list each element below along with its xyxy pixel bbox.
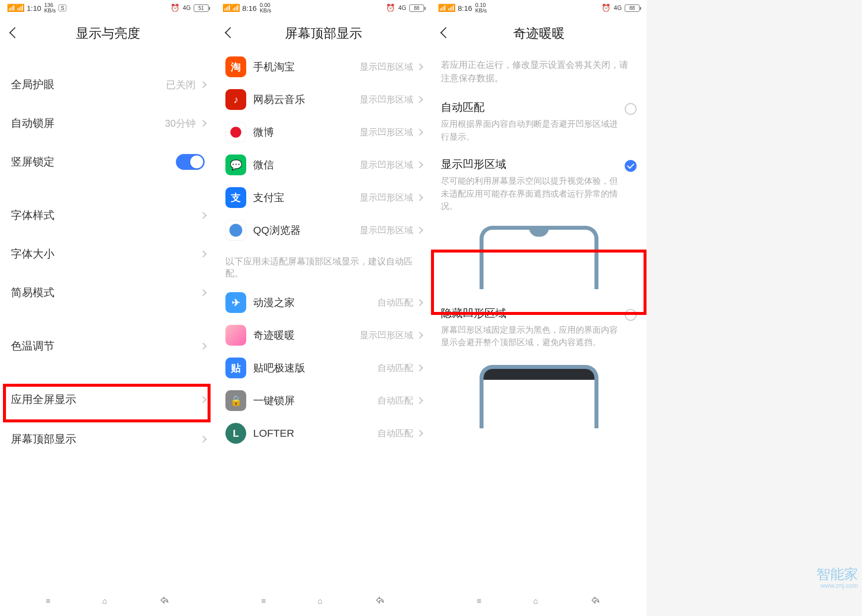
alarm-icon: ⏰ bbox=[386, 3, 395, 12]
page-title: 奇迹暖暖 bbox=[431, 25, 646, 42]
status-bar: 📶📶 8:16 0.00 KB/s ⏰ 4G 88 bbox=[216, 0, 431, 16]
option-desc: 尽可能的利用屏幕显示空间以提升视觉体验，但未适配应用可能存在界面遮挡或者运行异常… bbox=[441, 175, 620, 213]
highlight-box bbox=[3, 384, 211, 422]
status-time: 8:16 bbox=[242, 4, 257, 12]
bottom-nav: ≡ ⌂ bbox=[431, 586, 646, 616]
row-value: 已关闭 bbox=[166, 78, 196, 92]
menu-icon[interactable]: ≡ bbox=[46, 597, 50, 606]
menu-icon[interactable]: ≡ bbox=[477, 597, 481, 606]
app-name: QQ浏览器 bbox=[253, 223, 360, 237]
option-text: 显示凹形区域 尽可能的利用屏幕显示空间以提升视觉体验，但未适配应用可能存在界面遮… bbox=[441, 157, 620, 213]
row-font-size[interactable]: 字体大小 bbox=[0, 235, 216, 273]
option-title: 显示凹形区域 bbox=[441, 157, 620, 172]
chevron-right-icon bbox=[201, 212, 205, 219]
app-row-qqbrowser[interactable]: QQ浏览器 显示凹形区域 bbox=[216, 214, 431, 247]
app-row-weibo[interactable]: 微博 显示凹形区域 bbox=[216, 116, 431, 149]
chevron-right-icon bbox=[417, 227, 421, 234]
menu-icon[interactable]: ≡ bbox=[261, 597, 266, 606]
row-label: 色温调节 bbox=[11, 339, 201, 354]
screen-app-notch-setting: 📶📶 8:16 0.10 KB/s ⏰ 4G 88 奇迹暖暖 若应用正在运行，修… bbox=[431, 0, 646, 616]
status-right: ⏰ 4G 88 bbox=[601, 3, 640, 12]
bottom-nav: ≡ ⌂ bbox=[216, 586, 431, 616]
home-icon[interactable]: ⌂ bbox=[533, 597, 538, 606]
app-row-alipay[interactable]: 支 支付宝 显示凹形区域 bbox=[216, 181, 431, 214]
screen-top-display-list: 📶📶 8:16 0.00 KB/s ⏰ 4G 88 屏幕顶部显示 淘 手机淘宝 … bbox=[216, 0, 431, 616]
option-desc: 应用根据界面内容自动判断是否避开凹形区域进行显示。 bbox=[441, 118, 620, 143]
status-kbps: 136 KB/s bbox=[44, 2, 55, 13]
app-status: 显示凹形区域 bbox=[360, 94, 413, 105]
chevron-right-icon bbox=[417, 299, 421, 306]
chevron-right-icon bbox=[417, 364, 421, 371]
app-row-taobao[interactable]: 淘 手机淘宝 显示凹形区域 bbox=[216, 51, 431, 83]
status-network: 4G bbox=[614, 4, 622, 11]
app-name: 微博 bbox=[253, 125, 360, 139]
home-icon[interactable]: ⌂ bbox=[318, 597, 323, 606]
option-title: 自动匹配 bbox=[441, 100, 620, 115]
toggle-switch[interactable] bbox=[176, 154, 205, 170]
radio-icon[interactable] bbox=[625, 103, 637, 115]
status-time: 1:10 bbox=[27, 4, 41, 12]
chevron-right-icon bbox=[417, 430, 421, 437]
row-color-temp[interactable]: 色温调节 bbox=[0, 327, 216, 365]
option-auto-match[interactable]: 自动匹配 应用根据界面内容自动判断是否避开凹形区域进行显示。 bbox=[431, 93, 646, 150]
screen-display-brightness: 📶📶 1:10 136 KB/s S ⏰ 4G 51 显示与亮度 全局护眼 已关… bbox=[0, 0, 216, 616]
bottom-nav: ≡ ⌂ bbox=[0, 586, 216, 616]
row-eye-protection[interactable]: 全局护眼 已关闭 bbox=[0, 65, 216, 104]
app-name: 支付宝 bbox=[253, 191, 360, 205]
option-text: 自动匹配 应用根据界面内容自动判断是否避开凹形区域进行显示。 bbox=[441, 100, 620, 143]
back-nav-icon[interactable] bbox=[375, 596, 385, 607]
battery-icon: 88 bbox=[625, 4, 640, 12]
row-label: 屏幕顶部显示 bbox=[11, 432, 201, 447]
app-status: 显示凹形区域 bbox=[360, 159, 413, 171]
watermark-main: 智能家 bbox=[816, 567, 858, 582]
row-label: 竖屏锁定 bbox=[11, 154, 176, 169]
app-row-wechat[interactable]: 💬 微信 显示凹形区域 bbox=[216, 149, 431, 181]
lock-icon: 🔒 bbox=[225, 390, 246, 411]
back-nav-icon[interactable] bbox=[590, 596, 601, 607]
watermark: 智能家 www.znj.com bbox=[816, 567, 858, 589]
app-status: 自动匹配 bbox=[377, 362, 413, 374]
chevron-right-icon bbox=[201, 343, 205, 350]
app-row-netease[interactable]: ♪ 网易云音乐 显示凹形区域 bbox=[216, 83, 431, 116]
black-bar bbox=[484, 369, 594, 380]
app-row-nuan[interactable]: 奇迹暖暖 显示凹形区域 bbox=[216, 319, 431, 352]
app-icon-s: S bbox=[58, 4, 66, 11]
row-value: 30分钟 bbox=[165, 117, 196, 130]
app-row-lock[interactable]: 🔒 一键锁屏 自动匹配 bbox=[216, 384, 431, 417]
status-left: 📶📶 1:10 136 KB/s S bbox=[7, 2, 66, 13]
nav-header: 奇迹暖暖 bbox=[431, 16, 646, 51]
row-portrait-lock[interactable]: 竖屏锁定 bbox=[0, 143, 216, 181]
status-kbps: 0.00 KB/s bbox=[260, 2, 271, 13]
section-hint: 以下应用未适配屏幕顶部区域显示，建议自动匹配。 bbox=[216, 247, 431, 286]
taobao-icon: 淘 bbox=[225, 56, 246, 77]
signal-icon: 📶📶 bbox=[438, 3, 455, 12]
page-title: 显示与亮度 bbox=[0, 25, 216, 42]
battery-icon: 88 bbox=[409, 4, 424, 12]
signal-icon: 📶📶 bbox=[7, 3, 24, 12]
app-row-tieba[interactable]: 贴 贴吧极速版 自动匹配 bbox=[216, 352, 431, 384]
signal-icon: 📶📶 bbox=[222, 3, 239, 12]
app-row-lofter[interactable]: L LOFTER 自动匹配 bbox=[216, 417, 431, 450]
row-screen-top-display[interactable]: 屏幕顶部显示 bbox=[0, 420, 216, 459]
back-nav-icon[interactable] bbox=[159, 596, 170, 607]
alipay-icon: 支 bbox=[225, 187, 246, 208]
app-row-dmzj[interactable]: ✈ 动漫之家 自动匹配 bbox=[216, 286, 431, 319]
status-time: 8:16 bbox=[458, 4, 472, 12]
status-right: ⏰ 4G 88 bbox=[386, 3, 424, 12]
status-network: 4G bbox=[398, 4, 406, 11]
radio-checked-icon[interactable] bbox=[625, 160, 637, 172]
app-status: 显示凹形区域 bbox=[360, 126, 413, 138]
home-icon[interactable]: ⌂ bbox=[102, 597, 107, 606]
row-simple-mode[interactable]: 简易模式 bbox=[0, 273, 216, 312]
app-status: 自动匹配 bbox=[377, 427, 413, 439]
row-auto-lock[interactable]: 自动锁屏 30分钟 bbox=[0, 104, 216, 143]
option-show-notch[interactable]: 显示凹形区域 尽可能的利用屏幕显示空间以提升视觉体验，但未适配应用可能存在界面遮… bbox=[431, 150, 646, 220]
lofter-icon: L bbox=[225, 423, 246, 444]
phone-preview-hidden bbox=[480, 365, 598, 428]
notch-icon bbox=[529, 228, 549, 237]
battery-icon: 51 bbox=[194, 4, 209, 12]
chevron-right-icon bbox=[417, 129, 421, 136]
tieba-icon: 贴 bbox=[225, 358, 246, 378]
row-font-style[interactable]: 字体样式 bbox=[0, 196, 216, 235]
alarm-icon: ⏰ bbox=[601, 3, 611, 12]
